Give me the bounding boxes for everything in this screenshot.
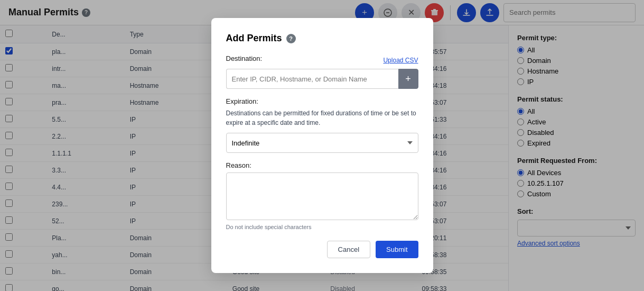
reason-label: Reason: xyxy=(226,161,418,169)
reason-textarea[interactable] xyxy=(226,172,418,220)
expiration-select-row: Indefinite 1 hour 1 day 1 week 1 month C… xyxy=(226,133,418,153)
upload-csv-link[interactable]: Upload CSV xyxy=(383,57,418,64)
modal-help-icon[interactable]: ? xyxy=(286,34,296,43)
destination-add-button[interactable]: + xyxy=(398,69,418,89)
reason-hint: Do not include special characters xyxy=(226,224,418,230)
destination-label-row: Destination: Upload CSV xyxy=(226,54,418,66)
cancel-button[interactable]: Cancel xyxy=(327,241,370,258)
modal-footer: Cancel Submit xyxy=(226,241,418,258)
expiration-desc: Destinations can be permitted for fixed … xyxy=(226,108,418,128)
add-permits-modal: Add Permits ? Destination: Upload CSV + … xyxy=(211,18,433,273)
modal-title: Add Permits ? xyxy=(226,33,418,44)
expiration-select[interactable]: Indefinite 1 hour 1 day 1 week 1 month C… xyxy=(226,133,418,153)
modal-overlay: Add Permits ? Destination: Upload CSV + … xyxy=(0,0,644,291)
destination-input-row: + xyxy=(226,69,418,89)
expiration-label: Expiration: xyxy=(226,97,418,105)
destination-input[interactable] xyxy=(226,69,398,89)
expiration-section: Expiration: Destinations can be permitte… xyxy=(226,97,418,153)
submit-button[interactable]: Submit xyxy=(376,241,418,258)
destination-label: Destination: xyxy=(226,54,263,62)
